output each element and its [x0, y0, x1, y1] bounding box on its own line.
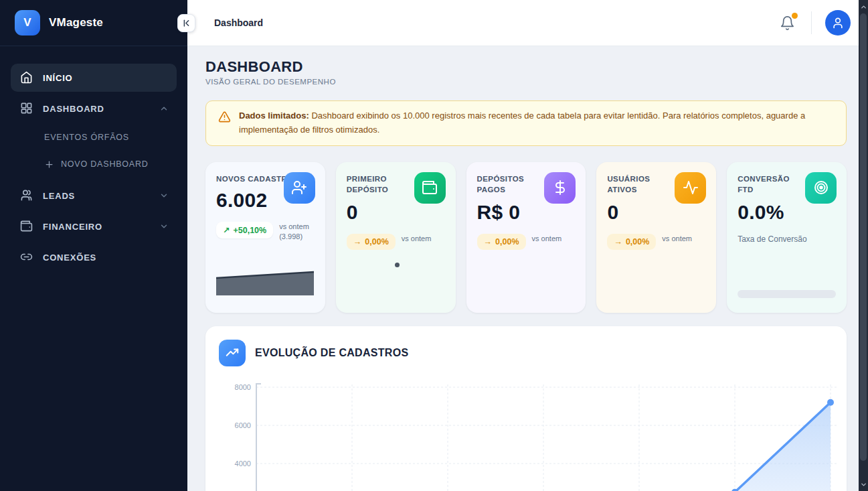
alert-text: Dados limitados: Dashboard exibindo os 1… [239, 109, 834, 137]
vertical-scrollbar[interactable] [859, 0, 868, 491]
wallet-icon [20, 220, 33, 233]
delta-value: 0,00% [495, 237, 519, 247]
page-subtitle: VISÃO GERAL DO DESEMPENHO [205, 78, 847, 86]
topbar-actions [777, 10, 851, 36]
arrow-right-icon: → [484, 237, 493, 247]
delta-badge: ↗+50,10% [216, 222, 273, 238]
user-avatar[interactable] [825, 10, 851, 36]
delta-compare: vs ontem [402, 234, 432, 244]
dashboard-grid-icon [20, 102, 33, 115]
stat-card-delta: ↗+50,10% vs ontem (3.998) [216, 222, 315, 242]
topbar: Dashboard [187, 0, 868, 46]
delta-badge: →0,00% [607, 234, 656, 250]
sidebar-nav: INÍCIO DASHBOARD EVENTOS ÓRFÃOS NOVO DAS… [0, 46, 187, 274]
scroll-down-arrow[interactable] [859, 479, 868, 490]
sidebar-item-label: INÍCIO [43, 73, 73, 83]
delta-value: 0,00% [626, 237, 649, 247]
activity-icon [675, 172, 706, 204]
sidebar-item-label: LEADS [43, 191, 75, 201]
user-plus-icon [284, 172, 315, 204]
panel-collapse-icon [181, 18, 191, 28]
delta-compare: vs ontem [662, 234, 692, 244]
sidebar-item-conexoes[interactable]: CONEXÕES [11, 243, 177, 271]
notification-badge [792, 13, 798, 19]
y-tick-label: 8000 [235, 383, 251, 391]
scrollbar-thumb[interactable] [860, 13, 867, 461]
stat-card-primeiro-deposito: PRIMEIRO DEPÓSITO 0 →0,00% vs ontem [336, 162, 456, 313]
y-tick-label: 6000 [235, 421, 251, 429]
scroll-up-arrow[interactable] [859, 1, 868, 12]
delta-badge: →0,00% [477, 234, 526, 250]
sparkline-dot [395, 263, 400, 267]
breadcrumb[interactable]: Dashboard [214, 17, 263, 28]
registrations-chart-panel: 2000400060008000 EVOLUÇÃO DE CADASTROS [205, 326, 847, 491]
arrow-right-icon: → [353, 237, 362, 247]
delta-value: +50,10% [233, 226, 266, 235]
sidebar-item-eventos-orfaos[interactable]: EVENTOS ÓRFÃOS [11, 125, 177, 149]
user-icon [831, 16, 845, 29]
warning-triangle-icon [218, 111, 231, 137]
stat-card-value: R$ 0 [477, 201, 576, 224]
delta-badge: →0,00% [347, 234, 396, 250]
sidebar-item-novo-dashboard[interactable]: NOVO DASHBOARD [11, 152, 177, 176]
stat-card-usuarios-ativos: USUÁRIOS ATIVOS 0 →0,00% vs ontem [596, 162, 716, 313]
alert-message: Dashboard exibindo os 10.000 registros m… [239, 111, 805, 135]
delta-compare: vs ontem (3.998) [279, 222, 311, 242]
sidebar-item-label: FINANCEIRO [43, 222, 102, 232]
chevron-down-icon [159, 191, 169, 200]
users-icon [20, 189, 33, 202]
dollar-icon [544, 172, 576, 204]
chart-point [827, 399, 834, 405]
main-content: DASHBOARD VISÃO GERAL DO DESEMPENHO Dado… [187, 46, 868, 491]
stat-card-delta: →0,00% vs ontem [607, 234, 705, 250]
page-title: DASHBOARD [205, 58, 847, 76]
topbar-divider [811, 11, 812, 34]
sidebar-item-label: DASHBOARD [43, 104, 104, 114]
brand: V VMageste [0, 0, 187, 46]
home-icon [20, 71, 33, 84]
plus-icon [44, 159, 54, 169]
chevron-down-icon [159, 222, 169, 231]
stat-cards: NOVOS CADASTROS 6.002 ↗+50,10% vs ontem … [205, 162, 847, 313]
stat-card-note: Taxa de Conversão [737, 234, 836, 244]
delta-compare: vs ontem [532, 234, 562, 244]
sidebar-item-leads[interactable]: LEADS [11, 182, 177, 210]
evolucao-chart: 2000400060008000 [205, 326, 847, 491]
sidebar-item-financeiro[interactable]: FINANCEIRO [11, 212, 177, 240]
chevron-up-icon [159, 104, 169, 113]
stat-card-value: 0.0% [737, 201, 836, 224]
arrow-up-right-icon: ↗ [223, 225, 230, 235]
link-icon [20, 251, 33, 264]
stat-card-delta: →0,00% vs ontem [477, 234, 576, 250]
stat-card-value: 0 [607, 201, 705, 224]
stat-card-value: 0 [347, 201, 445, 224]
arrow-right-icon: → [614, 237, 622, 247]
brand-logo: V [15, 10, 40, 36]
stat-card-delta: →0,00% vs ontem [347, 234, 445, 250]
y-tick-label: 4000 [235, 460, 251, 468]
sparkline-chart [216, 270, 314, 295]
sidebar-collapse-button[interactable] [177, 14, 195, 32]
alert-title: Dados limitados: [239, 111, 309, 121]
brand-name: VMageste [49, 16, 103, 29]
brand-initial: V [23, 16, 31, 29]
sidebar-subitem-label: NOVO DASHBOARD [61, 159, 149, 169]
limited-data-alert: Dados limitados: Dashboard exibindo os 1… [205, 100, 847, 146]
sidebar-item-inicio[interactable]: INÍCIO [11, 64, 177, 92]
delta-value: 0,00% [365, 237, 388, 247]
sidebar-item-dashboard[interactable]: DASHBOARD [11, 94, 177, 123]
stat-card-novos-cadastros: NOVOS CADASTROS 6.002 ↗+50,10% vs ontem … [205, 162, 325, 313]
wallet-icon [414, 172, 446, 204]
notifications-button[interactable] [777, 13, 798, 33]
conversion-progress-bar [737, 290, 836, 298]
stat-card-depositos-pagos: DEPÓSITOS PAGOS R$ 0 →0,00% vs ontem [466, 162, 586, 313]
stat-card-conversao-ftd: CONVERSÃO FTD 0.0% Taxa de Conversão [727, 162, 847, 313]
sidebar: V VMageste INÍCIO DASHBOARD EVENTOS ÓRFÃ… [0, 0, 187, 491]
target-icon [805, 172, 837, 204]
sidebar-subitem-label: EVENTOS ÓRFÃOS [44, 133, 129, 142]
sidebar-item-label: CONEXÕES [43, 253, 96, 263]
